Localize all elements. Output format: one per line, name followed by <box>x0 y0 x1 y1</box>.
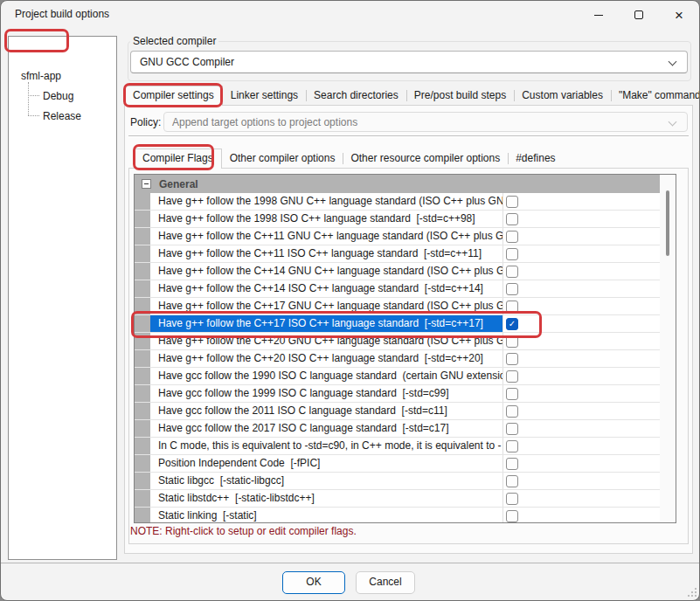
subtab-other-resource-compiler-options[interactable]: Other resource compiler options <box>343 149 508 169</box>
tree-item-project[interactable]: sfml-app <box>21 70 61 82</box>
flag-label: Have g++ follow the C++20 GNU C++ langua… <box>150 333 503 349</box>
caption-buttons: × <box>579 1 699 29</box>
flag-checkbox[interactable] <box>506 493 518 505</box>
flag-checkbox[interactable] <box>506 266 518 278</box>
tab-make-commands[interactable]: "Make" commands <box>611 86 700 106</box>
flag-row[interactable]: Position Independent Code [-fPIC] <box>135 455 660 473</box>
flag-row[interactable]: Have g++ follow the C++11 GNU C++ langua… <box>135 228 660 245</box>
subtab-other-compiler-options[interactable]: Other compiler options <box>222 149 343 169</box>
flag-checkbox[interactable] <box>506 213 518 225</box>
flag-row[interactable]: Have g++ follow the C++17 ISO C++ langua… <box>135 315 660 333</box>
tree-connector <box>28 115 39 116</box>
row-gutter <box>135 298 150 314</box>
row-gutter <box>135 490 150 507</box>
flag-checkbox-cell <box>503 245 660 262</box>
flag-row[interactable]: Have gcc follow the 1990 ISO C language … <box>135 368 660 385</box>
flag-checkbox[interactable] <box>506 388 518 400</box>
flag-row[interactable]: In C mode, this is equivalent to -std=c9… <box>135 438 660 455</box>
flag-row[interactable]: Have g++ follow the C++20 ISO C++ langua… <box>135 350 660 368</box>
window-title: Project build options <box>15 8 109 20</box>
tree-item-release[interactable]: Release <box>43 110 81 122</box>
tab-custom-variables[interactable]: Custom variables <box>514 86 611 106</box>
flag-label: Have gcc follow the 1999 ISO C language … <box>150 385 503 402</box>
row-gutter <box>135 315 150 332</box>
flag-checkbox[interactable]: ✓ <box>506 318 518 330</box>
note-text: NOTE: Right-click to setup or edit compi… <box>130 525 357 537</box>
flag-checkbox-cell <box>503 455 660 472</box>
flag-checkbox[interactable] <box>506 458 518 470</box>
flag-row[interactable]: Have g++ follow the C++11 ISO C++ langua… <box>135 245 660 263</box>
row-gutter <box>135 245 150 262</box>
flag-label: Have g++ follow the C++11 ISO C++ langua… <box>150 245 503 262</box>
row-gutter <box>135 455 150 472</box>
flag-row[interactable]: Have gcc follow the 2017 ISO C language … <box>135 420 660 438</box>
flag-row[interactable]: Static libstdc++ [-static-libstdc++] <box>135 490 660 508</box>
tab-compiler-settings[interactable]: Compiler settings <box>124 86 223 106</box>
flag-row[interactable]: Have g++ follow the 1998 GNU C++ languag… <box>135 193 660 211</box>
grid-scrollbar[interactable] <box>660 175 676 522</box>
maximize-button[interactable] <box>619 1 659 29</box>
flag-checkbox-cell <box>503 350 660 367</box>
tab-pre-post-build-steps[interactable]: Pre/post build steps <box>406 86 514 106</box>
titlebar: Project build options × <box>1 1 699 29</box>
flag-checkbox[interactable] <box>506 405 518 418</box>
tab-search-directories[interactable]: Search directories <box>306 86 406 106</box>
flag-checkbox-cell: ✓ <box>503 315 660 332</box>
flag-label: Have g++ follow the C++17 ISO C++ langua… <box>150 315 503 332</box>
flag-label: Have gcc follow the 1990 ISO C language … <box>150 368 503 384</box>
grid-scrollbar-thumb[interactable] <box>666 190 669 256</box>
subtab-compiler-flags[interactable]: Compiler Flags <box>134 149 222 169</box>
flag-checkbox[interactable] <box>506 423 518 435</box>
flag-checkbox[interactable] <box>506 440 518 452</box>
build-targets-tree: sfml-app DebugRelease <box>8 36 117 560</box>
flag-label: Have g++ follow the C++14 ISO C++ langua… <box>150 280 503 297</box>
flag-checkbox[interactable] <box>506 370 518 383</box>
ok-button[interactable]: OK <box>282 571 345 594</box>
flag-row[interactable]: Have g++ follow the C++14 GNU C++ langua… <box>135 263 660 280</box>
compiler-select[interactable]: GNU GCC Compiler <box>130 51 688 73</box>
flag-checkbox[interactable] <box>506 196 518 208</box>
flag-label: Have g++ follow the 1998 ISO C++ languag… <box>150 211 503 227</box>
flag-row[interactable]: Have gcc follow the 1999 ISO C language … <box>135 385 660 403</box>
flag-checkbox-cell <box>503 211 660 227</box>
row-gutter <box>135 228 150 245</box>
flag-checkbox[interactable] <box>506 283 518 295</box>
row-gutter <box>135 333 150 349</box>
flag-row[interactable]: Have g++ follow the C++14 ISO C++ langua… <box>135 280 660 298</box>
resize-grip[interactable] <box>688 595 690 597</box>
flag-label: Have g++ follow the C++17 GNU C++ langua… <box>150 298 503 314</box>
flag-checkbox-cell <box>503 490 660 507</box>
flag-checkbox[interactable] <box>506 510 518 522</box>
flag-row[interactable]: Static libgcc [-static-libgcc] <box>135 473 660 490</box>
flag-checkbox[interactable] <box>506 231 518 243</box>
flag-checkbox[interactable] <box>506 335 518 348</box>
close-button[interactable]: × <box>659 1 699 29</box>
subtab-defines[interactable]: #defines <box>508 149 563 169</box>
flag-row[interactable]: Have gcc follow the 2011 ISO C language … <box>135 403 660 420</box>
flag-row[interactable]: Have g++ follow the C++17 GNU C++ langua… <box>135 298 660 315</box>
flag-row[interactable]: Static linking [-static] <box>135 508 660 523</box>
collapse-icon[interactable] <box>142 179 151 189</box>
main-tab-bar: Compiler settingsLinker settingsSearch d… <box>124 86 700 106</box>
row-gutter <box>135 350 150 367</box>
compiler-flags-grid: General Have g++ follow the 1998 GNU C++… <box>134 174 676 523</box>
flag-row[interactable]: Have g++ follow the 1998 ISO C++ languag… <box>135 211 660 228</box>
flag-label: In C mode, this is equivalent to -std=c9… <box>150 438 503 454</box>
separator-line <box>128 135 689 137</box>
flag-row[interactable]: Have g++ follow the C++20 GNU C++ langua… <box>135 333 660 350</box>
flag-checkbox[interactable] <box>506 248 518 260</box>
chevron-down-icon <box>669 118 677 127</box>
flag-label: Have g++ follow the C++14 GNU C++ langua… <box>150 263 503 280</box>
tab-linker-settings[interactable]: Linker settings <box>223 86 306 106</box>
minimize-button[interactable] <box>579 1 619 29</box>
flag-checkbox-cell <box>503 508 660 523</box>
cancel-button[interactable]: Cancel <box>356 571 415 594</box>
tree-item-debug[interactable]: Debug <box>43 90 73 102</box>
flag-checkbox[interactable] <box>506 300 518 313</box>
row-gutter <box>135 420 150 437</box>
flag-checkbox[interactable] <box>506 353 518 365</box>
selected-compiler-label: Selected compiler <box>130 35 218 47</box>
minimize-icon <box>594 15 603 16</box>
chevron-down-icon <box>669 58 677 66</box>
flag-checkbox[interactable] <box>506 475 518 487</box>
